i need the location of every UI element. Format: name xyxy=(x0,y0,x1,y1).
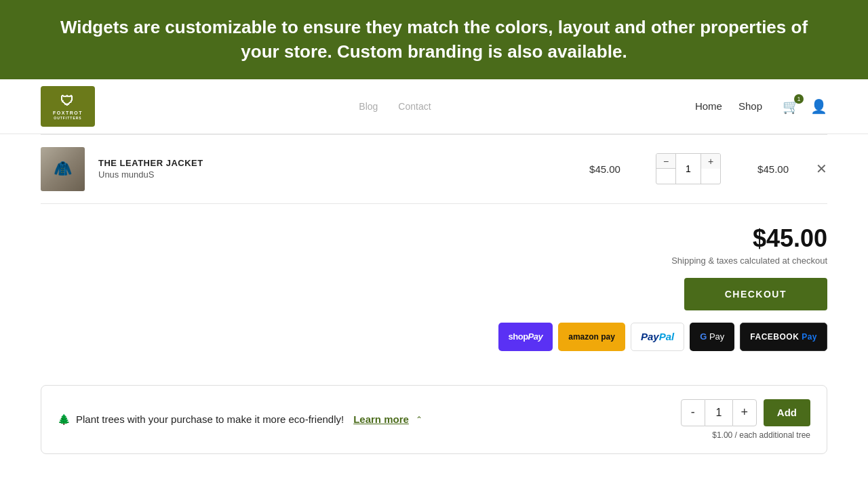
cart-item-image: 🧥 xyxy=(41,147,85,191)
shop-pay-label: shopPay xyxy=(509,331,543,342)
paypal-label: PayPal xyxy=(641,331,674,342)
logo-shield-icon: 🛡 xyxy=(53,92,83,110)
payment-methods: shopPay amazon pay PayPal G Pay FACEBOOK… xyxy=(41,323,827,351)
learn-more-link[interactable]: Learn more xyxy=(353,413,409,425)
shop-pay-button[interactable]: shopPay xyxy=(498,323,553,351)
cart-section: 🧥 THE LEATHER JACKET Unus munduS $45.00 … xyxy=(0,134,868,365)
product-name: THE LEATHER JACKET xyxy=(98,158,568,168)
cart-icon[interactable]: 🛒 1 xyxy=(783,98,800,115)
product-variant: Unus munduS xyxy=(98,169,568,180)
tree-quantity-controls: - 1 + Add xyxy=(681,399,810,426)
logo[interactable]: 🛡 FOXTROT OUTFITTERS xyxy=(41,86,95,127)
tree-minus-button[interactable]: - xyxy=(681,399,705,426)
google-pay-button[interactable]: G Pay xyxy=(690,323,734,351)
cart-item: 🧥 THE LEATHER JACKET Unus munduS $45.00 … xyxy=(41,135,827,204)
chevron-up-icon: ⌃ xyxy=(416,415,422,424)
account-icon[interactable]: 👤 xyxy=(810,98,827,115)
paypal-button[interactable]: PayPal xyxy=(631,323,684,351)
navbar-blog-link[interactable]: Blog xyxy=(359,101,378,112)
facebook-pay-button[interactable]: FACEBOOK Pay xyxy=(740,323,827,351)
checkout-button[interactable]: CHECKOUT xyxy=(684,278,827,310)
remove-item-button[interactable]: ✕ xyxy=(816,162,827,176)
tree-count: 1 xyxy=(705,399,732,426)
plant-text: Plant trees with your purchase to make i… xyxy=(76,413,344,425)
logo-sub: OUTFITTERS xyxy=(53,116,83,121)
navbar-icons: 🛒 1 👤 xyxy=(783,98,827,115)
google-pay-label: G Pay xyxy=(700,331,724,342)
order-summary: $45.00 Shipping & taxes calculated at ch… xyxy=(41,204,827,365)
eco-widget-left: 🌲 Plant trees with your purchase to make… xyxy=(58,413,422,426)
home-link[interactable]: Home xyxy=(695,100,722,112)
tree-emoji: 🌲 xyxy=(58,413,71,426)
order-total: $45.00 xyxy=(41,224,827,253)
qty-increase-button[interactable]: + xyxy=(701,154,720,169)
logo-brand: FOXTROT xyxy=(53,110,83,116)
tree-price-info: $1.00 / each additional tree xyxy=(712,430,810,440)
shop-link[interactable]: Shop xyxy=(738,100,762,112)
eco-widget: 🌲 Plant trees with your purchase to make… xyxy=(41,385,827,454)
tree-add-button[interactable]: Add xyxy=(764,399,810,426)
qty-value: 1 xyxy=(675,154,701,184)
tree-plus-button[interactable]: + xyxy=(732,399,757,426)
facebook-pay-label: FACEBOOK Pay xyxy=(750,332,817,342)
cart-badge: 1 xyxy=(794,94,804,104)
qty-decrease-button[interactable]: − xyxy=(656,154,675,169)
navbar: 🛡 FOXTROT OUTFITTERS Blog Contact Home S… xyxy=(0,79,868,134)
promo-banner: Widgets are customizable to ensure they … xyxy=(0,0,868,79)
shipping-note: Shipping & taxes calculated at checkout xyxy=(41,256,827,266)
banner-text: Widgets are customizable to ensure they … xyxy=(60,17,808,62)
cart-item-info: THE LEATHER JACKET Unus munduS xyxy=(98,158,568,180)
navbar-links: Home Shop xyxy=(695,100,762,112)
product-line-total: $45.00 xyxy=(734,163,789,175)
navbar-contact-link[interactable]: Contact xyxy=(398,101,431,112)
product-unit-price: $45.00 xyxy=(581,163,629,175)
product-thumbnail: 🧥 xyxy=(41,147,85,191)
amazon-pay-label: amazon pay xyxy=(568,332,615,342)
eco-widget-right: - 1 + Add $1.00 / each additional tree xyxy=(681,399,810,440)
amazon-pay-button[interactable]: amazon pay xyxy=(558,323,625,351)
quantity-control: − 1 + xyxy=(656,153,721,184)
navbar-center: Blog Contact xyxy=(359,101,431,112)
